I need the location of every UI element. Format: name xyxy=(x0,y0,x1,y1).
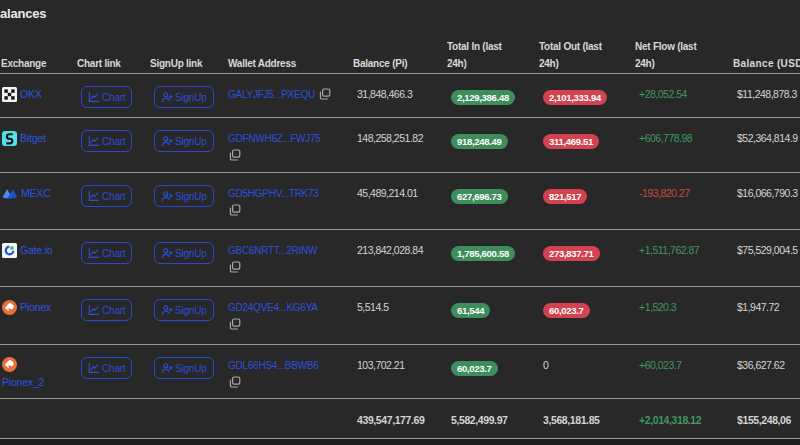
balance-pi-value: 5,514.5 xyxy=(352,287,446,345)
balances-table: Exchange Chart link SignUp link Wallet A… xyxy=(0,29,800,439)
net-flow-value: +606,778.98 xyxy=(634,118,732,173)
person-add-icon xyxy=(161,304,173,316)
balance-usd-value: $1,947.72 xyxy=(732,287,800,345)
table-row-mexc: MEXC Chart SignUp GD5HGPHV...TRK73 45,48… xyxy=(0,173,800,230)
total-in-badge: 60,023.7 xyxy=(451,361,498,376)
total-out-badge: 60,023.7 xyxy=(543,303,590,318)
balance-usd-value: $36,627.62 xyxy=(732,345,800,399)
total-out-badge: 821,517 xyxy=(543,189,587,204)
chart-icon xyxy=(88,304,100,316)
total-in-badge: 918,248.49 xyxy=(451,134,508,149)
total-out-sum: 3,568,181.85 xyxy=(538,399,634,439)
balance-pi-value: 103,702.21 xyxy=(352,345,446,399)
exchange-link[interactable]: Gate.io xyxy=(20,242,52,259)
header-balance-pi: Balance (Pi) xyxy=(352,29,446,74)
copy-icon[interactable] xyxy=(228,374,346,391)
header-total-out: Total Out (last 24h) xyxy=(538,29,634,74)
header-balance-usd: Balance (USD) xyxy=(732,29,800,74)
total-in-badge: 1,785,600.58 xyxy=(451,246,515,261)
chart-icon xyxy=(88,247,100,259)
exchange-link[interactable]: MEXC xyxy=(21,185,51,202)
chart-button[interactable]: Chart xyxy=(81,242,132,264)
chart-button[interactable]: Chart xyxy=(81,130,132,152)
balance-usd-value: $75,529,004.5 xyxy=(732,230,800,287)
copy-icon[interactable] xyxy=(228,147,346,164)
total-in-badge: 2,129,386.48 xyxy=(451,90,515,105)
okx-logo xyxy=(2,87,17,102)
balances-page: alances Exchange Chart link SignUp link … xyxy=(0,0,800,439)
net-flow-value: +28,052.54 xyxy=(634,74,732,118)
chart-button[interactable]: Chart xyxy=(81,86,132,108)
net-flow-value: +60,023.7 xyxy=(634,345,732,399)
total-net-flow: +2,014,318.12 xyxy=(634,399,732,439)
copy-icon[interactable] xyxy=(228,202,346,219)
chart-button[interactable]: Chart xyxy=(81,185,132,207)
signup-button[interactable]: SignUp xyxy=(154,299,214,321)
person-add-icon xyxy=(161,135,173,147)
wallet-address-link[interactable]: GBC6NRTT...2RINW xyxy=(228,245,317,256)
chart-icon xyxy=(88,135,100,147)
mexc-logo xyxy=(2,186,18,201)
chart-icon xyxy=(88,190,100,202)
table-row-pionex: Pionex Chart SignUp GD24QVE4...KG6YA 5,5… xyxy=(0,287,800,345)
table-row-gateio: Gate.io Chart SignUp GBC6NRTT...2RINW 21… xyxy=(0,230,800,287)
bitget-logo xyxy=(2,131,17,146)
total-out-badge: 273,837.71 xyxy=(543,246,600,261)
wallet-address-link[interactable]: GD24QVE4...KG6YA xyxy=(228,302,318,313)
table-row-pionex-2: Pionex_2 Chart SignUp GDL66HS4...BBWB6 1… xyxy=(0,345,800,399)
exchange-link[interactable]: Pionex_2 xyxy=(2,374,70,391)
gateio-logo xyxy=(2,243,17,258)
header-total-in: Total In (last 24h) xyxy=(446,29,538,74)
header-signup-link: SignUp link xyxy=(149,29,227,74)
total-out-badge: 311,469.51 xyxy=(543,134,599,149)
signup-button[interactable]: SignUp xyxy=(154,242,214,264)
exchange-link[interactable]: Pionex xyxy=(20,299,51,316)
signup-button[interactable]: SignUp xyxy=(154,357,214,379)
balance-pi-value: 31,848,466.3 xyxy=(352,74,446,118)
wallet-address-link[interactable]: GALYJFJ5...PXEQU xyxy=(228,89,315,100)
signup-button[interactable]: SignUp xyxy=(154,185,214,207)
person-add-icon xyxy=(161,247,173,259)
balance-pi-value: 148,258,251.82 xyxy=(352,118,446,173)
person-add-icon xyxy=(161,362,173,374)
total-balance-pi: 439,547,177.69 xyxy=(352,399,446,439)
chart-button[interactable]: Chart xyxy=(81,357,132,379)
table-row-okx: OKX Chart SignUp GALYJFJ5...PXEQU 31,848… xyxy=(0,74,800,118)
signup-button[interactable]: SignUp xyxy=(154,130,214,152)
exchange-link[interactable]: Bitget xyxy=(20,130,46,147)
total-in-badge: 61,544 xyxy=(451,303,490,318)
signup-button[interactable]: SignUp xyxy=(154,86,214,108)
header-net-flow: Net Flow (last 24h) xyxy=(634,29,732,74)
header-row: Exchange Chart link SignUp link Wallet A… xyxy=(0,29,800,74)
exchange-link[interactable]: OKX xyxy=(20,86,42,103)
total-out-value: 0 xyxy=(538,345,634,399)
chart-icon xyxy=(88,91,100,103)
copy-icon[interactable] xyxy=(228,316,346,333)
balance-pi-value: 45,489,214.01 xyxy=(352,173,446,230)
copy-icon[interactable] xyxy=(228,259,346,276)
net-flow-value: -193,820.27 xyxy=(634,173,732,230)
chart-icon xyxy=(88,362,100,374)
total-in-badge: 627,696.73 xyxy=(451,189,508,204)
header-chart-link: Chart link xyxy=(76,29,149,74)
total-in-sum: 5,582,499.97 xyxy=(446,399,538,439)
balance-pi-value: 213,842,028.84 xyxy=(352,230,446,287)
page-title: alances xyxy=(0,0,800,29)
totals-row: 439,547,177.69 5,582,499.97 3,568,181.85… xyxy=(0,399,800,439)
balance-usd-value: $11,248,878.3 xyxy=(732,74,800,118)
total-balance-usd: $155,248,06 xyxy=(732,399,800,439)
header-wallet-address: Wallet Address xyxy=(227,29,352,74)
pionex-logo xyxy=(2,357,17,372)
net-flow-value: +1,511,762.87 xyxy=(634,230,732,287)
chart-button[interactable]: Chart xyxy=(81,299,132,321)
wallet-address-link[interactable]: GDFNWH6Z...FWJ75 xyxy=(228,133,321,144)
person-add-icon xyxy=(161,190,173,202)
person-add-icon xyxy=(161,91,173,103)
wallet-address-link[interactable]: GDL66HS4...BBWB6 xyxy=(228,360,318,371)
balance-usd-value: $52,364,814.9 xyxy=(732,118,800,173)
copy-icon[interactable] xyxy=(319,88,331,105)
wallet-address-link[interactable]: GD5HGPHV...TRK73 xyxy=(228,188,319,199)
net-flow-value: +1,520.3 xyxy=(634,287,732,345)
balance-usd-value: $16,066,790.3 xyxy=(732,173,800,230)
table-row-bitget: Bitget Chart SignUp GDFNWH6Z...FWJ75 148… xyxy=(0,118,800,173)
